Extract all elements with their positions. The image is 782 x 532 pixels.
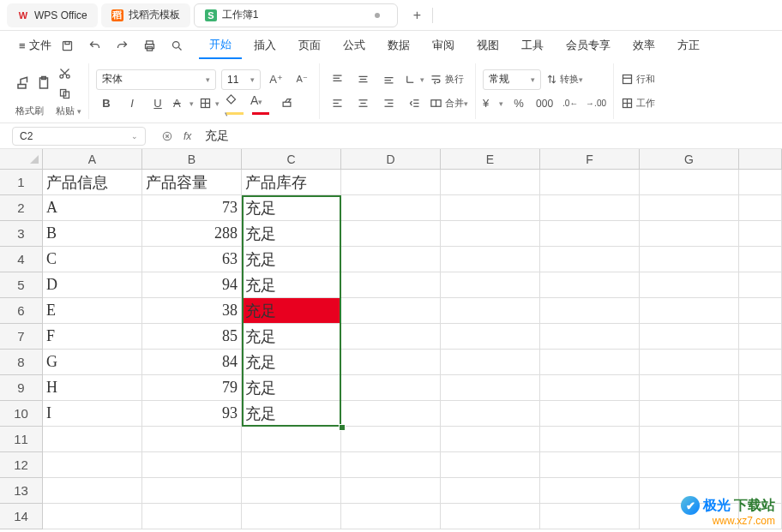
cell[interactable]: 充足 (242, 272, 341, 298)
cell[interactable] (142, 478, 242, 504)
cell[interactable] (540, 401, 640, 427)
cell[interactable] (640, 298, 739, 324)
cell[interactable]: 288 (142, 221, 242, 247)
tab-start[interactable]: 开始 (199, 32, 242, 59)
save-icon[interactable] (60, 38, 75, 53)
cell[interactable]: 充足 (242, 298, 341, 324)
cell[interactable] (640, 272, 739, 298)
row-header[interactable]: 8 (0, 350, 43, 375)
cell[interactable] (441, 221, 540, 247)
cell[interactable]: 充足 (242, 195, 341, 221)
align-right-icon[interactable] (378, 93, 399, 114)
column-header[interactable] (739, 149, 782, 169)
column-header[interactable]: A (43, 149, 142, 169)
cell[interactable]: H (43, 375, 142, 401)
cell[interactable] (341, 221, 441, 247)
cell[interactable] (341, 401, 441, 427)
select-all-corner[interactable] (0, 149, 43, 169)
cell[interactable]: 63 (142, 247, 242, 272)
cell[interactable] (441, 401, 540, 427)
cell[interactable] (739, 324, 782, 350)
column-header[interactable]: B (142, 149, 242, 169)
cut-icon[interactable] (57, 65, 72, 81)
row-header[interactable]: 14 (0, 504, 43, 529)
cell[interactable] (540, 427, 640, 452)
cell[interactable] (242, 452, 341, 478)
cell[interactable] (739, 221, 782, 247)
cell[interactable] (341, 504, 441, 529)
cell[interactable] (341, 298, 441, 324)
cell[interactable] (341, 427, 441, 452)
row-header[interactable]: 4 (0, 247, 43, 272)
cell[interactable] (341, 272, 441, 298)
cell[interactable]: F (43, 324, 142, 350)
cell[interactable] (540, 324, 640, 350)
tab-member[interactable]: 会员专享 (556, 33, 621, 58)
formula-input[interactable]: 充足 (200, 129, 229, 144)
cell[interactable] (640, 170, 739, 195)
cell[interactable] (540, 221, 640, 247)
align-middle-icon[interactable] (352, 69, 373, 90)
cell[interactable]: G (43, 350, 142, 375)
cell[interactable] (341, 247, 441, 272)
row-header[interactable]: 1 (0, 170, 43, 195)
cell[interactable]: 93 (142, 401, 242, 427)
cell[interactable] (441, 247, 540, 272)
cell[interactable] (540, 504, 640, 529)
row-header[interactable]: 5 (0, 272, 43, 298)
cell[interactable]: D (43, 272, 142, 298)
percent-icon[interactable]: % (508, 93, 529, 114)
column-header[interactable]: E (441, 149, 540, 169)
format-painter-button[interactable] (15, 75, 31, 91)
increase-font-icon[interactable]: A⁺ (266, 69, 286, 90)
currency-icon[interactable]: ¥ ▾ (483, 93, 503, 114)
cell[interactable] (540, 350, 640, 375)
redo-icon[interactable] (115, 38, 130, 53)
increase-decimal-icon[interactable]: →.00 (586, 93, 606, 114)
cell[interactable] (341, 350, 441, 375)
cell[interactable] (341, 170, 441, 195)
cell[interactable] (640, 375, 739, 401)
cell[interactable]: E (43, 298, 142, 324)
cell[interactable] (441, 170, 540, 195)
cell[interactable] (640, 247, 739, 272)
clear-format-button[interactable] (276, 93, 297, 114)
bold-button[interactable]: B (96, 93, 117, 114)
cell[interactable]: I (43, 401, 142, 427)
column-header[interactable]: G (640, 149, 739, 169)
tab-review[interactable]: 审阅 (422, 33, 465, 58)
tab-tools[interactable]: 工具 (511, 33, 554, 58)
cell[interactable] (640, 324, 739, 350)
row-header[interactable]: 9 (0, 375, 43, 401)
spreadsheet-grid[interactable]: A B C D E F G 1产品信息产品容量产品库存2A73充足3B288充足… (0, 149, 782, 529)
row-header[interactable]: 10 (0, 401, 43, 427)
cell[interactable] (739, 427, 782, 452)
cell[interactable] (640, 195, 739, 221)
cell[interactable] (640, 427, 739, 452)
font-color-button[interactable]: A▾ (250, 93, 271, 114)
cell[interactable] (640, 350, 739, 375)
cell[interactable] (43, 504, 142, 529)
tab-view[interactable]: 视图 (466, 33, 509, 58)
fx-icon[interactable]: fx (183, 130, 191, 142)
cell[interactable] (640, 401, 739, 427)
align-center-icon[interactable] (352, 93, 373, 114)
cell[interactable] (540, 375, 640, 401)
row-header[interactable]: 12 (0, 452, 43, 478)
column-header[interactable]: D (341, 149, 441, 169)
cell[interactable] (540, 195, 640, 221)
cell[interactable] (540, 272, 640, 298)
tab-data[interactable]: 数据 (377, 33, 420, 58)
column-header[interactable]: F (540, 149, 640, 169)
cell[interactable] (540, 247, 640, 272)
row-header[interactable]: 3 (0, 221, 43, 247)
font-size-select[interactable]: 11▾ (221, 69, 261, 90)
cell[interactable] (441, 375, 540, 401)
tab-insert[interactable]: 插入 (244, 33, 286, 58)
cell[interactable] (341, 478, 441, 504)
cell[interactable] (142, 452, 242, 478)
italic-button[interactable]: I (122, 93, 142, 114)
fill-color-button[interactable]: ▾ (225, 93, 245, 114)
paste-button[interactable] (36, 75, 51, 91)
cell[interactable] (242, 504, 341, 529)
